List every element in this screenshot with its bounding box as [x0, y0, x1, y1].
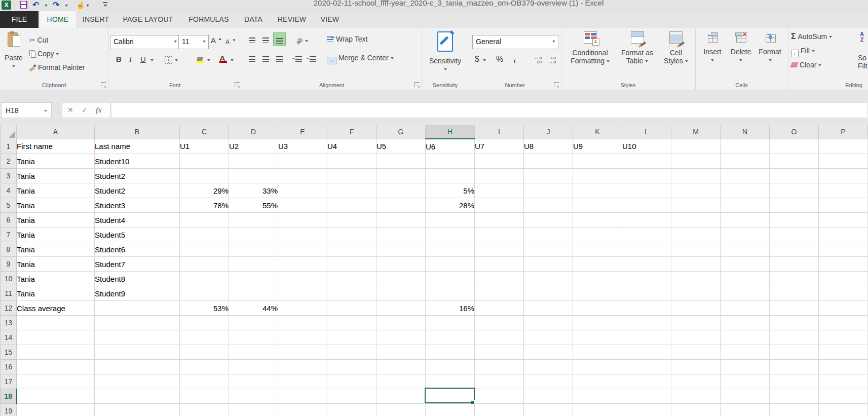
cell-O1[interactable] — [770, 139, 819, 154]
cell-N12[interactable] — [721, 301, 770, 316]
row-header-8[interactable]: 8 — [1, 242, 17, 257]
borders-dropdown-icon[interactable] — [175, 59, 178, 61]
row-header-11[interactable]: 11 — [1, 286, 17, 301]
clipboard-dialog-launcher-icon[interactable] — [101, 82, 106, 87]
cell-F6[interactable] — [327, 213, 376, 228]
cell-F11[interactable] — [327, 286, 376, 301]
cell-I6[interactable] — [475, 213, 524, 228]
sensitivity-dropdown-icon[interactable] — [444, 68, 447, 70]
cell-J7[interactable] — [524, 228, 573, 242]
cell-P6[interactable] — [819, 213, 868, 228]
cell-B7[interactable]: Student5 — [95, 228, 180, 242]
font-name-combo[interactable]: Calibri — [110, 35, 180, 49]
cell-N7[interactable] — [721, 228, 770, 242]
cell-G16[interactable] — [376, 360, 426, 374]
row-header-7[interactable]: 7 — [1, 228, 17, 242]
cell-P4[interactable] — [819, 183, 868, 198]
cell-M6[interactable] — [671, 213, 721, 228]
row-header-16[interactable]: 16 — [1, 360, 17, 374]
cell-G13[interactable] — [376, 316, 426, 330]
font-color-dropdown-icon[interactable] — [231, 59, 234, 61]
cell-N13[interactable] — [721, 316, 770, 330]
cell-M1[interactable] — [671, 139, 721, 154]
cell-I13[interactable] — [475, 316, 524, 330]
cell-B16[interactable] — [95, 360, 180, 374]
column-header-I[interactable]: I — [475, 125, 524, 139]
cell-E17[interactable] — [278, 374, 327, 389]
tab-file[interactable]: FILE — [0, 11, 39, 28]
cell-F17[interactable] — [327, 374, 376, 389]
cell-C6[interactable] — [180, 213, 229, 228]
font-color-button[interactable]: A — [218, 52, 227, 64]
cell-D10[interactable] — [229, 272, 278, 286]
cell-L8[interactable] — [622, 242, 671, 257]
formula-input[interactable] — [111, 102, 868, 118]
cell-L4[interactable] — [622, 183, 671, 198]
cell-A2[interactable]: Tania — [17, 154, 95, 169]
cell-P13[interactable] — [819, 316, 868, 330]
cell-K16[interactable] — [573, 360, 622, 374]
cell-E4[interactable] — [278, 183, 327, 198]
shrink-font-button[interactable]: A▼ — [222, 36, 233, 48]
cell-I8[interactable] — [475, 242, 524, 257]
cell-E19[interactable] — [278, 404, 327, 416]
cell-F19[interactable] — [327, 404, 376, 416]
cell-J1[interactable]: U8 — [524, 139, 573, 154]
cell-I15[interactable] — [475, 345, 524, 360]
cell-L7[interactable] — [622, 228, 671, 242]
cell-K3[interactable] — [573, 169, 622, 183]
cell-J6[interactable] — [524, 213, 573, 228]
cell-L1[interactable]: U10 — [622, 139, 671, 154]
cell-G18[interactable] — [376, 389, 426, 404]
cell-O6[interactable] — [770, 213, 819, 228]
tab-formulas[interactable]: FORMULAS — [182, 11, 236, 28]
cell-C1[interactable]: U1 — [180, 139, 229, 154]
cell-M7[interactable] — [671, 228, 721, 242]
cell-C4[interactable]: 29% — [180, 183, 229, 198]
cell-N14[interactable] — [721, 330, 770, 345]
insert-function-icon[interactable]: fx — [96, 103, 102, 118]
cell-O18[interactable] — [770, 389, 819, 404]
cell-G7[interactable] — [376, 228, 426, 242]
cell-M8[interactable] — [671, 242, 721, 257]
cell-G11[interactable] — [376, 286, 426, 301]
bottom-align-button[interactable] — [273, 32, 286, 46]
column-header-O[interactable]: O — [770, 125, 819, 139]
cell-M9[interactable] — [671, 257, 721, 272]
cell-F16[interactable] — [327, 360, 376, 374]
format-dropdown-icon[interactable] — [769, 59, 772, 61]
cell-A15[interactable] — [17, 345, 95, 360]
column-header-F[interactable]: F — [327, 125, 376, 139]
cell-I19[interactable] — [475, 404, 524, 416]
save-icon[interactable] — [20, 1, 27, 9]
cell-L3[interactable] — [622, 169, 671, 183]
cell-H16[interactable] — [426, 360, 475, 374]
cell-I17[interactable] — [475, 374, 524, 389]
cell-styles-dropdown-icon[interactable] — [685, 60, 688, 62]
cell-D7[interactable] — [229, 228, 278, 242]
cell-L16[interactable] — [622, 360, 671, 374]
cell-C5[interactable]: 78% — [180, 198, 229, 213]
cell-P11[interactable] — [819, 286, 868, 301]
cell-H2[interactable] — [426, 154, 475, 169]
conditional-formatting-button[interactable]: ≠ Conditional Formatting — [566, 31, 614, 65]
fill-handle[interactable] — [471, 400, 475, 404]
cell-O10[interactable] — [770, 272, 819, 286]
cell-H8[interactable] — [426, 242, 475, 257]
cell-C19[interactable] — [180, 404, 229, 416]
cell-J11[interactable] — [524, 286, 573, 301]
cell-L19[interactable] — [622, 404, 671, 416]
cell-P10[interactable] — [819, 272, 868, 286]
customize-qat-icon[interactable] — [103, 2, 107, 3]
redo-dropdown-icon[interactable] — [65, 5, 68, 7]
row-header-18[interactable]: 18 — [1, 389, 17, 404]
underline-button[interactable]: U — [140, 53, 146, 65]
cell-F4[interactable] — [327, 183, 376, 198]
cell-K18[interactable] — [573, 389, 622, 404]
redo-icon[interactable]: ↷ — [53, 0, 59, 10]
cell-E7[interactable] — [278, 228, 327, 242]
sort-filter-button[interactable]: AZ So Filt — [858, 30, 868, 70]
format-as-table-button[interactable]: Format as Table — [616, 31, 659, 65]
cell-L9[interactable] — [622, 257, 671, 272]
cell-H19[interactable] — [426, 404, 475, 416]
